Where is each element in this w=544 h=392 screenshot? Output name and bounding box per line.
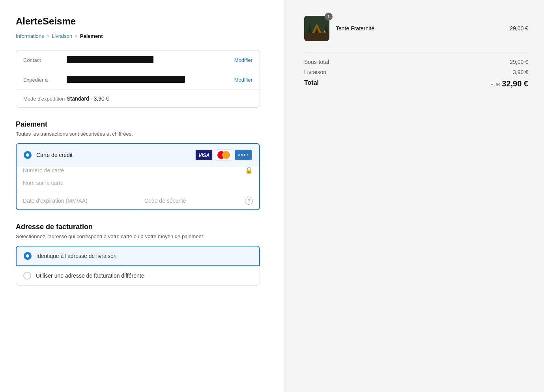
contact-row: Contact Modifier bbox=[16, 50, 260, 70]
shipping-mode-row: Mode d'expédition Standard · 3,90 € bbox=[16, 90, 260, 107]
breadcrumb-sep-2: > bbox=[75, 33, 78, 39]
sous-total-value: 29,00 € bbox=[510, 59, 528, 65]
left-panel: AlerteSeisme Informations > Livraison > … bbox=[0, 0, 284, 392]
contact-redacted bbox=[67, 56, 153, 63]
mastercard-logo bbox=[215, 149, 232, 161]
lock-icon: 🔒 bbox=[245, 166, 253, 174]
product-badge: 1 bbox=[325, 13, 333, 21]
billing-same-option[interactable]: Identique à l'adresse de livraison bbox=[16, 246, 260, 266]
sous-total-label: Sous-total bbox=[304, 59, 329, 65]
expiry-input[interactable] bbox=[17, 192, 138, 209]
livraison-row: Livraison 3,90 € bbox=[304, 69, 528, 75]
card-number-field[interactable]: 🔒 bbox=[17, 166, 259, 174]
breadcrumb-livraison[interactable]: Livraison bbox=[52, 33, 72, 39]
credit-card-label: Carte de crédit bbox=[36, 152, 195, 158]
billing-subtitle: Sélectionnez l'adresse qui correspond à … bbox=[16, 233, 260, 239]
breadcrumb-sep-1: > bbox=[47, 33, 50, 39]
livraison-value: 3,90 € bbox=[513, 69, 528, 75]
info-box: Contact Modifier Expédier à Modifier Mod… bbox=[16, 50, 260, 108]
payment-section: Paiement Toutes les transactions sont sé… bbox=[16, 120, 260, 210]
address-value bbox=[67, 76, 228, 84]
billing-title: Adresse de facturation bbox=[16, 223, 260, 231]
billing-different-label: Utiliser une adresse de facturation diff… bbox=[36, 273, 144, 279]
billing-section: Adresse de facturation Sélectionnez l'ad… bbox=[16, 223, 260, 286]
card-name-input[interactable] bbox=[17, 174, 259, 192]
total-row: Total EUR32,90 € bbox=[304, 79, 528, 88]
svg-rect-1 bbox=[304, 33, 329, 41]
billing-different-radio[interactable] bbox=[23, 272, 31, 280]
shipping-mode-value: Standard · 3,90 € bbox=[67, 95, 252, 102]
amex-logo: AMEX bbox=[235, 149, 252, 161]
payment-box: Carte de crédit VISA AMEX bbox=[16, 143, 260, 210]
credit-card-option[interactable]: Carte de crédit VISA AMEX bbox=[17, 144, 259, 166]
address-modify-link[interactable]: Modifier bbox=[234, 77, 252, 83]
shipping-mode-label: Mode d'expédition bbox=[23, 96, 67, 102]
expiry-cvv-row: ? bbox=[17, 192, 259, 209]
billing-options-wrapper: Identique à l'adresse de livraison Utili… bbox=[16, 246, 260, 286]
contact-value bbox=[67, 56, 228, 64]
product-name: Tente Fraternité bbox=[336, 25, 503, 32]
product-svg bbox=[304, 16, 329, 41]
visa-logo: VISA bbox=[195, 149, 213, 161]
order-item: 1 Tente Fraternité 29,00 € bbox=[304, 16, 528, 41]
card-fields: 🔒 ? bbox=[17, 166, 259, 209]
breadcrumb-informations[interactable]: Informations bbox=[16, 33, 44, 39]
contact-modify-link[interactable]: Modifier bbox=[234, 57, 252, 63]
card-name-row bbox=[17, 174, 259, 192]
mc-orange-circle bbox=[222, 151, 230, 159]
total-label: Total bbox=[304, 79, 319, 88]
summary-divider bbox=[304, 52, 528, 52]
total-amount: EUR32,90 € bbox=[490, 79, 528, 88]
livraison-label: Livraison bbox=[304, 69, 326, 75]
billing-radio-inner bbox=[26, 254, 29, 258]
cvv-input[interactable] bbox=[144, 198, 245, 204]
total-currency: EUR bbox=[490, 82, 500, 88]
address-row: Expédier à Modifier bbox=[16, 70, 260, 90]
total-value: 32,90 € bbox=[502, 79, 528, 88]
payment-subtitle: Toutes les transactions sont sécurisées … bbox=[16, 131, 260, 137]
address-redacted bbox=[67, 76, 185, 83]
card-number-row: 🔒 bbox=[17, 166, 259, 174]
payment-title: Paiement bbox=[16, 120, 260, 129]
cvv-field[interactable]: ? bbox=[138, 192, 259, 209]
product-image bbox=[304, 16, 329, 41]
billing-same-radio[interactable] bbox=[24, 252, 32, 260]
right-panel: 1 Tente Fraternité 29,00 € Sous-total 29… bbox=[284, 0, 544, 392]
credit-card-radio[interactable] bbox=[24, 151, 32, 159]
cvv-help-icon[interactable]: ? bbox=[245, 197, 253, 205]
card-logos: VISA AMEX bbox=[195, 149, 252, 161]
mc-circles bbox=[217, 151, 230, 159]
radio-inner bbox=[26, 153, 29, 157]
breadcrumb-paiement: Paiement bbox=[80, 33, 103, 39]
product-image-wrap: 1 bbox=[304, 16, 329, 41]
product-price: 29,00 € bbox=[510, 25, 528, 32]
brand-title: AlerteSeisme bbox=[16, 16, 260, 27]
address-label: Expédier à bbox=[23, 77, 67, 83]
breadcrumb: Informations > Livraison > Paiement bbox=[16, 33, 260, 39]
billing-different-option[interactable]: Utiliser une adresse de facturation diff… bbox=[16, 266, 260, 286]
billing-same-label: Identique à l'adresse de livraison bbox=[36, 253, 116, 259]
shipping-mode-text: Standard · 3,90 € bbox=[67, 95, 109, 102]
contact-label: Contact bbox=[23, 57, 67, 63]
sous-total-row: Sous-total 29,00 € bbox=[304, 59, 528, 65]
card-number-input[interactable] bbox=[23, 167, 245, 174]
